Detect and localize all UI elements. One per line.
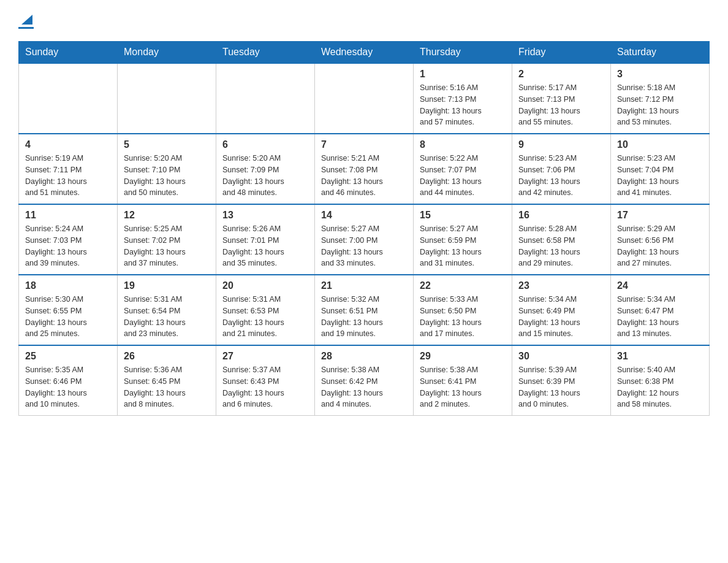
day-cell-25: 25Sunrise: 5:35 AM Sunset: 6:46 PM Dayli… [19, 345, 118, 416]
day-cell-2: 2Sunrise: 5:17 AM Sunset: 7:13 PM Daylig… [512, 63, 611, 134]
day-info: Sunrise: 5:37 AM Sunset: 6:43 PM Dayligh… [222, 364, 308, 410]
day-info: Sunrise: 5:20 AM Sunset: 7:10 PM Dayligh… [124, 153, 210, 199]
day-cell-7: 7Sunrise: 5:21 AM Sunset: 7:08 PM Daylig… [315, 134, 414, 204]
day-info: Sunrise: 5:19 AM Sunset: 7:11 PM Dayligh… [25, 153, 111, 199]
svg-marker-0 [21, 15, 32, 25]
empty-cell [315, 63, 414, 134]
week-row-3: 11Sunrise: 5:24 AM Sunset: 7:03 PM Dayli… [19, 204, 710, 275]
day-number: 9 [518, 139, 604, 150]
day-info: Sunrise: 5:32 AM Sunset: 6:51 PM Dayligh… [321, 294, 407, 340]
column-header-saturday: Saturday [611, 42, 710, 64]
day-cell-23: 23Sunrise: 5:34 AM Sunset: 6:49 PM Dayli… [512, 275, 611, 345]
day-number: 30 [518, 351, 604, 362]
day-info: Sunrise: 5:35 AM Sunset: 6:46 PM Dayligh… [25, 364, 111, 410]
column-header-wednesday: Wednesday [315, 42, 414, 64]
day-cell-30: 30Sunrise: 5:39 AM Sunset: 6:39 PM Dayli… [512, 345, 611, 416]
day-cell-24: 24Sunrise: 5:34 AM Sunset: 6:47 PM Dayli… [611, 275, 710, 345]
day-number: 18 [25, 280, 111, 291]
day-info: Sunrise: 5:36 AM Sunset: 6:45 PM Dayligh… [124, 364, 210, 410]
day-number: 15 [420, 210, 506, 221]
day-number: 4 [25, 139, 111, 150]
day-cell-31: 31Sunrise: 5:40 AM Sunset: 6:38 PM Dayli… [611, 345, 710, 416]
week-row-5: 25Sunrise: 5:35 AM Sunset: 6:46 PM Dayli… [19, 345, 710, 416]
day-number: 31 [617, 351, 703, 362]
day-cell-26: 26Sunrise: 5:36 AM Sunset: 6:45 PM Dayli… [118, 345, 216, 416]
day-number: 21 [321, 280, 407, 291]
calendar-table: SundayMondayTuesdayWednesdayThursdayFrid… [18, 41, 710, 416]
day-cell-6: 6Sunrise: 5:20 AM Sunset: 7:09 PM Daylig… [216, 134, 315, 204]
day-number: 1 [420, 69, 506, 80]
day-number: 3 [617, 69, 703, 80]
day-cell-3: 3Sunrise: 5:18 AM Sunset: 7:12 PM Daylig… [611, 63, 710, 134]
column-header-sunday: Sunday [19, 42, 118, 64]
day-number: 22 [420, 280, 506, 291]
empty-cell [216, 63, 315, 134]
day-number: 13 [222, 210, 308, 221]
day-cell-14: 14Sunrise: 5:27 AM Sunset: 7:00 PM Dayli… [315, 204, 414, 275]
day-cell-20: 20Sunrise: 5:31 AM Sunset: 6:53 PM Dayli… [216, 275, 315, 345]
day-info: Sunrise: 5:17 AM Sunset: 7:13 PM Dayligh… [518, 82, 604, 128]
day-info: Sunrise: 5:20 AM Sunset: 7:09 PM Dayligh… [222, 153, 308, 199]
day-info: Sunrise: 5:21 AM Sunset: 7:08 PM Dayligh… [321, 153, 407, 199]
logo-triangle-icon [20, 12, 34, 26]
day-cell-4: 4Sunrise: 5:19 AM Sunset: 7:11 PM Daylig… [19, 134, 118, 204]
empty-cell [19, 63, 118, 134]
week-row-2: 4Sunrise: 5:19 AM Sunset: 7:11 PM Daylig… [19, 134, 710, 204]
day-cell-29: 29Sunrise: 5:38 AM Sunset: 6:41 PM Dayli… [414, 345, 512, 416]
day-info: Sunrise: 5:33 AM Sunset: 6:50 PM Dayligh… [420, 294, 506, 340]
day-number: 6 [222, 139, 308, 150]
day-number: 11 [25, 210, 111, 221]
day-info: Sunrise: 5:31 AM Sunset: 6:54 PM Dayligh… [124, 294, 210, 340]
page-header [18, 12, 710, 29]
day-info: Sunrise: 5:31 AM Sunset: 6:53 PM Dayligh… [222, 294, 308, 340]
day-number: 25 [25, 351, 111, 362]
day-cell-17: 17Sunrise: 5:29 AM Sunset: 6:56 PM Dayli… [611, 204, 710, 275]
day-cell-12: 12Sunrise: 5:25 AM Sunset: 7:02 PM Dayli… [118, 204, 216, 275]
day-cell-18: 18Sunrise: 5:30 AM Sunset: 6:55 PM Dayli… [19, 275, 118, 345]
column-header-monday: Monday [118, 42, 216, 64]
day-cell-11: 11Sunrise: 5:24 AM Sunset: 7:03 PM Dayli… [19, 204, 118, 275]
day-cell-10: 10Sunrise: 5:23 AM Sunset: 7:04 PM Dayli… [611, 134, 710, 204]
day-number: 27 [222, 351, 308, 362]
logo [18, 12, 34, 29]
week-row-1: 1Sunrise: 5:16 AM Sunset: 7:13 PM Daylig… [19, 63, 710, 134]
day-number: 12 [124, 210, 210, 221]
day-info: Sunrise: 5:38 AM Sunset: 6:42 PM Dayligh… [321, 364, 407, 410]
day-info: Sunrise: 5:23 AM Sunset: 7:04 PM Dayligh… [617, 153, 703, 199]
day-info: Sunrise: 5:26 AM Sunset: 7:01 PM Dayligh… [222, 223, 308, 269]
day-cell-15: 15Sunrise: 5:27 AM Sunset: 6:59 PM Dayli… [414, 204, 512, 275]
day-cell-1: 1Sunrise: 5:16 AM Sunset: 7:13 PM Daylig… [414, 63, 512, 134]
day-number: 10 [617, 139, 703, 150]
day-cell-19: 19Sunrise: 5:31 AM Sunset: 6:54 PM Dayli… [118, 275, 216, 345]
day-info: Sunrise: 5:23 AM Sunset: 7:06 PM Dayligh… [518, 153, 604, 199]
column-header-thursday: Thursday [414, 42, 512, 64]
column-header-friday: Friday [512, 42, 611, 64]
day-number: 24 [617, 280, 703, 291]
column-header-tuesday: Tuesday [216, 42, 315, 64]
day-info: Sunrise: 5:39 AM Sunset: 6:39 PM Dayligh… [518, 364, 604, 410]
day-info: Sunrise: 5:22 AM Sunset: 7:07 PM Dayligh… [420, 153, 506, 199]
day-number: 7 [321, 139, 407, 150]
day-cell-28: 28Sunrise: 5:38 AM Sunset: 6:42 PM Dayli… [315, 345, 414, 416]
empty-cell [118, 63, 216, 134]
calendar-header-row: SundayMondayTuesdayWednesdayThursdayFrid… [19, 42, 710, 64]
day-info: Sunrise: 5:25 AM Sunset: 7:02 PM Dayligh… [124, 223, 210, 269]
day-number: 23 [518, 280, 604, 291]
day-info: Sunrise: 5:34 AM Sunset: 6:49 PM Dayligh… [518, 294, 604, 340]
day-cell-22: 22Sunrise: 5:33 AM Sunset: 6:50 PM Dayli… [414, 275, 512, 345]
day-info: Sunrise: 5:27 AM Sunset: 7:00 PM Dayligh… [321, 223, 407, 269]
day-number: 16 [518, 210, 604, 221]
day-number: 2 [518, 69, 604, 80]
day-info: Sunrise: 5:29 AM Sunset: 6:56 PM Dayligh… [617, 223, 703, 269]
day-number: 8 [420, 139, 506, 150]
day-cell-21: 21Sunrise: 5:32 AM Sunset: 6:51 PM Dayli… [315, 275, 414, 345]
day-info: Sunrise: 5:38 AM Sunset: 6:41 PM Dayligh… [420, 364, 506, 410]
day-cell-9: 9Sunrise: 5:23 AM Sunset: 7:06 PM Daylig… [512, 134, 611, 204]
day-number: 5 [124, 139, 210, 150]
day-info: Sunrise: 5:16 AM Sunset: 7:13 PM Dayligh… [420, 82, 506, 128]
day-number: 28 [321, 351, 407, 362]
day-cell-16: 16Sunrise: 5:28 AM Sunset: 6:58 PM Dayli… [512, 204, 611, 275]
day-info: Sunrise: 5:34 AM Sunset: 6:47 PM Dayligh… [617, 294, 703, 340]
day-number: 26 [124, 351, 210, 362]
week-row-4: 18Sunrise: 5:30 AM Sunset: 6:55 PM Dayli… [19, 275, 710, 345]
